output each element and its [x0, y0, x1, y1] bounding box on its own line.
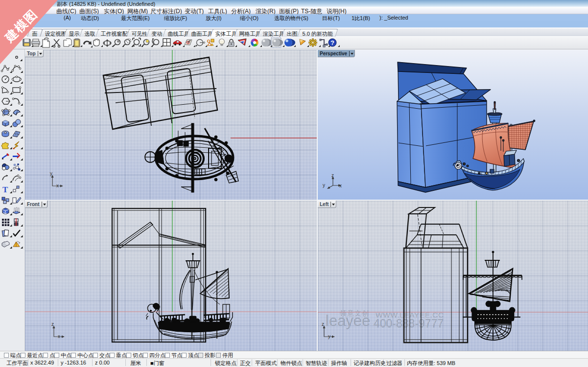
svg-text:y: y — [323, 183, 325, 188]
svg-text:?: ? — [330, 39, 334, 46]
svg-text:T: T — [2, 185, 8, 194]
svg-text:z: z — [51, 321, 54, 327]
svg-text:z: z — [322, 321, 324, 327]
svg-text:y: y — [50, 171, 52, 176]
